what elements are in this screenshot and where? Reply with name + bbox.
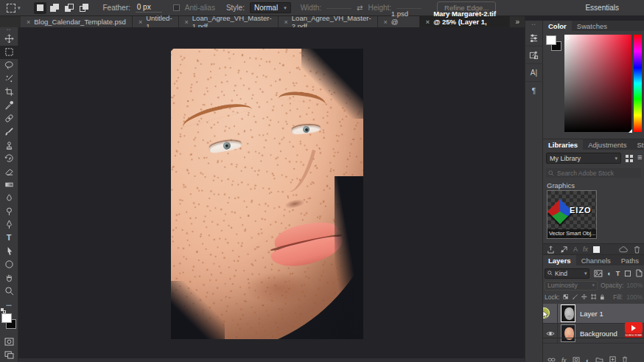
saturation-brightness-picker[interactable] <box>564 35 631 132</box>
layer-name[interactable]: Layer 1 <box>580 310 603 318</box>
magic-wand-tool[interactable] <box>0 72 18 86</box>
eyedropper-tool[interactable] <box>0 99 18 112</box>
tab-channels[interactable]: Channels <box>576 255 616 265</box>
pen-tool[interactable] <box>0 217 18 231</box>
dodge-tool[interactable] <box>0 204 18 217</box>
doc-tab[interactable]: × Loan_Agree_VH_Master-2.pdf <box>279 16 378 27</box>
adjustment-layer-icon[interactable]: ◐ <box>586 357 589 362</box>
rectangular-marquee-tool[interactable] <box>0 46 18 59</box>
close-icon[interactable]: × <box>139 18 142 26</box>
hue-slider[interactable] <box>634 35 642 132</box>
layer-mask-icon[interactable] <box>573 357 580 362</box>
fill-value[interactable]: 100% <box>626 293 643 301</box>
feather-input[interactable]: 0 px <box>136 3 162 13</box>
filter-shape-layers-icon[interactable] <box>624 270 631 277</box>
tab-paths[interactable]: Paths <box>616 255 644 265</box>
dock-grip-icon[interactable]: •• <box>531 22 536 27</box>
delete-layer-icon[interactable] <box>622 356 628 362</box>
foreground-color-swatch[interactable] <box>546 35 556 45</box>
library-select[interactable]: My Library ▾ <box>546 153 621 164</box>
tab-styles[interactable]: Styles <box>631 139 644 150</box>
history-brush-tool[interactable] <box>0 152 18 165</box>
workspace-switcher[interactable]: Essentials <box>585 4 619 12</box>
close-icon[interactable]: × <box>384 18 388 26</box>
close-icon[interactable]: × <box>284 18 288 26</box>
clone-stamp-tool[interactable] <box>0 139 18 152</box>
quick-mask-button[interactable] <box>0 335 18 349</box>
lock-all-icon[interactable] <box>600 293 605 301</box>
blend-mode-select[interactable]: Luminosity ▾ <box>545 281 598 290</box>
anti-alias-checkbox[interactable] <box>173 4 180 11</box>
eraser-tool[interactable] <box>0 165 18 178</box>
layer-style-icon[interactable]: fx <box>561 357 567 362</box>
canvas-area[interactable] <box>18 27 525 362</box>
brush-tool[interactable] <box>0 125 18 139</box>
path-selection-tool[interactable] <box>0 244 18 257</box>
hand-tool[interactable] <box>0 271 18 284</box>
tab-adjustments[interactable]: Adjustments <box>583 139 631 150</box>
trash-icon[interactable] <box>634 246 640 254</box>
stock-search-input[interactable]: Search Adobe Stock <box>546 168 641 178</box>
move-tool[interactable] <box>0 32 18 46</box>
tab-layers[interactable]: Layers <box>543 255 576 265</box>
tab-libraries[interactable]: Libraries <box>543 139 583 150</box>
list-view-icon[interactable]: ≡ <box>637 153 642 161</box>
gradient-tool[interactable] <box>0 178 18 191</box>
add-to-selection-button[interactable] <box>49 2 61 14</box>
library-asset-tile[interactable]: EIZO Vector Smart Obj... <box>547 190 597 239</box>
grid-view-icon[interactable] <box>626 155 633 162</box>
width-input[interactable] <box>326 7 351 9</box>
layer-group-icon[interactable] <box>595 357 603 362</box>
sync-cloud-icon[interactable] <box>619 246 629 253</box>
doc-tab[interactable]: × Blog_Calendar_Template.psd <box>21 16 133 27</box>
height-input[interactable] <box>396 7 421 9</box>
status-bar[interactable] <box>18 358 525 362</box>
subtract-from-selection-button[interactable] <box>63 2 76 14</box>
lasso-tool[interactable] <box>0 59 18 72</box>
add-layer-style-icon[interactable]: fx <box>583 246 588 253</box>
doc-tab[interactable]: × Untitled-1 ... <box>133 16 179 27</box>
add-color-icon[interactable] <box>593 246 600 253</box>
lock-image-pixels-icon[interactable] <box>573 293 578 300</box>
character-panel-button[interactable]: A| <box>525 64 543 82</box>
spot-healing-brush-tool[interactable] <box>0 112 18 125</box>
color-picker-marker[interactable] <box>566 36 570 40</box>
document-image[interactable] <box>171 49 363 339</box>
ellipse-tool[interactable] <box>0 257 18 271</box>
swap-dimensions-icon[interactable]: ⇄ <box>357 4 363 12</box>
add-content-icon[interactable] <box>547 246 555 254</box>
blur-tool[interactable] <box>0 191 18 204</box>
new-layer-icon[interactable] <box>609 356 616 362</box>
style-select[interactable]: Normal ▾ <box>250 2 291 13</box>
new-selection-button[interactable] <box>34 2 46 14</box>
layer-thumbnail[interactable] <box>561 304 575 322</box>
zoom-tool[interactable] <box>0 284 18 297</box>
link-layers-icon[interactable] <box>547 357 556 362</box>
doc-tab[interactable]: × 1.psd @ 50%... <box>378 16 420 27</box>
tab-overflow-button[interactable]: » <box>510 16 525 27</box>
doc-tab-active[interactable]: × Mary Margaret-2.tif @ 25% (Layer 1, RG… <box>420 16 511 27</box>
type-tool[interactable]: T <box>0 231 18 244</box>
close-icon[interactable]: × <box>426 18 430 26</box>
close-icon[interactable]: × <box>185 18 189 26</box>
add-graphic-icon[interactable] <box>560 246 568 253</box>
lock-transparent-pixels-icon[interactable] <box>563 293 569 300</box>
foreground-color-swatch[interactable] <box>1 313 12 323</box>
export-panel-button[interactable] <box>525 46 543 64</box>
close-icon[interactable]: × <box>27 18 30 26</box>
paragraph-panel-button[interactable]: ¶ <box>525 82 543 100</box>
subscribe-watermark[interactable]: SUBSCRIBE <box>625 322 643 338</box>
panel-grip-icon[interactable]: •• <box>7 27 11 32</box>
filter-adjustment-layers-icon[interactable]: ◐ <box>607 270 611 277</box>
filter-kind-select[interactable]: Kind ▾ <box>545 268 589 279</box>
opacity-value[interactable]: 100% <box>626 282 643 289</box>
layer-row-layer-1[interactable]: Layer 1 <box>543 304 644 324</box>
filter-type-layers-icon[interactable]: T <box>616 270 620 277</box>
filter-smart-objects-icon[interactable] <box>636 269 643 277</box>
layer-name[interactable]: Background <box>580 330 617 338</box>
properties-panel-button[interactable] <box>525 29 543 46</box>
intersect-selection-button[interactable] <box>78 2 91 14</box>
tool-preset-picker[interactable]: ▾ <box>4 2 23 14</box>
lock-position-icon[interactable] <box>581 293 587 300</box>
layer-visibility-toggle[interactable] <box>543 304 558 323</box>
